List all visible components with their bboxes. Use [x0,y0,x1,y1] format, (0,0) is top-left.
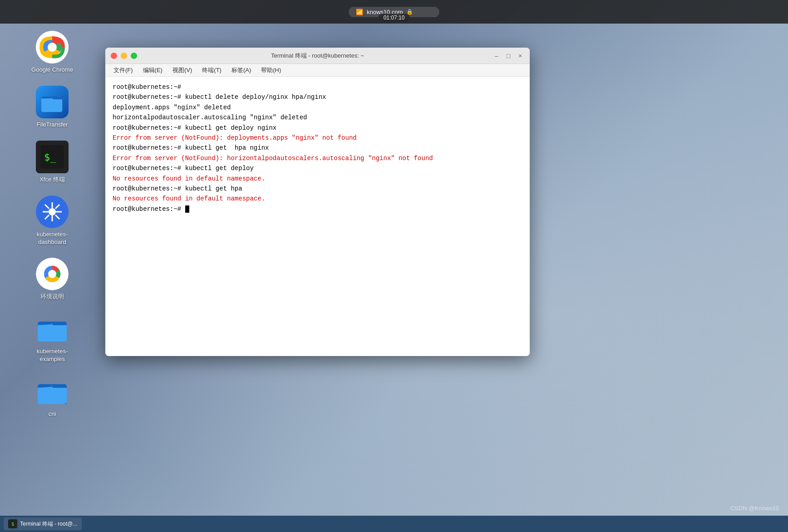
win-action-minimize[interactable]: – [492,52,501,60]
term-line-0: root@kubernetes:~# [113,82,522,92]
svg-point-10 [49,208,56,215]
terminal-window: Terminal 终端 - root@kubernetes: ~ – □ × 文… [105,48,530,356]
desktop: 📶 knows10.com 🔒 01:07:10 [0,0,788,532]
sidebar-item-label-k8s-examples: kubernetes-examples [37,348,68,363]
term-line-7: Error from server (NotFound): horizontal… [113,153,522,163]
term-line-10: root@kubernetes:~# kubectl get hpa [113,184,522,194]
sidebar-item-k8s-examples[interactable]: kubernetes-examples [23,309,82,367]
clock-badge: 01:07:10 [378,14,410,22]
sidebar-item-label-chrome: Google Chrome [31,66,73,74]
term-line-2: deployment.apps "nginx" deleted [113,102,522,112]
taskbar: $ Terminal 终端 - root@... [0,516,788,532]
term-line-11: No resources found in default namespace. [113,194,522,204]
sidebar-item-xfce-terminal[interactable]: $_ Xfce 终端 [23,137,82,187]
svg-point-2 [48,43,57,52]
sidebar-item-label-filetransfer: FileTransfer [37,121,68,129]
svg-text:$_: $_ [44,151,56,163]
sidebar-item-env[interactable]: 环境说明 [23,254,82,304]
taskbar-terminal-label: Terminal 终端 - root@... [20,520,77,528]
menu-help[interactable]: 帮助(H) [256,65,286,76]
xfce-terminal-icon: $_ [36,141,69,173]
watermark: CSDN @Knows10 [730,505,779,512]
term-line-3: horizontalpodautoscaler.autoscaling "ngi… [113,112,522,122]
terminal-menu: 文件(F) 编辑(E) 视图(V) 终端(T) 标签(A) 帮助(H) [105,64,530,77]
k8s-dashboard-icon [36,195,69,228]
term-line-6: root@kubernetes:~# kubectl get hpa nginx [113,143,522,153]
menu-edit[interactable]: 编辑(E) [138,65,167,76]
window-controls [111,53,137,59]
menu-view[interactable]: 视图(V) [168,65,197,76]
browser-bar: 📶 knows10.com 🔒 01:07:10 [0,0,788,24]
term-line-8: root@kubernetes:~# kubectl get deploy [113,163,522,173]
sidebar-item-label-cni: cni [49,410,56,418]
menu-terminal[interactable]: 终端(T) [197,65,226,76]
cni-icon [36,375,69,408]
term-line-4: root@kubernetes:~# kubectl get deploy ng… [113,123,522,133]
filetransfer-icon [36,86,69,118]
taskbar-terminal-icon: $ [8,519,17,528]
sidebar-item-filetransfer[interactable]: FileTransfer [23,82,82,132]
terminal-titlebar: Terminal 终端 - root@kubernetes: ~ – □ × [105,48,530,64]
sidebar-item-cni[interactable]: cni [23,371,82,422]
window-close-button[interactable] [111,53,117,59]
menu-tabs[interactable]: 标签(A) [227,65,256,76]
menu-file[interactable]: 文件(F) [109,65,138,76]
clock-time: 01:07:10 [384,15,405,21]
sidebar-item-label-k8s: kubernetes-dashboard [37,231,68,246]
term-line-12: root@kubernetes:~# [113,204,522,214]
terminal-cursor [185,205,189,213]
clock-area: 01:07:10 [0,14,788,22]
term-line-5: Error from server (NotFound): deployment… [113,133,522,143]
watermark-text: CSDN @Knows10 [730,505,779,512]
taskbar-terminal-item[interactable]: $ Terminal 终端 - root@... [4,517,82,530]
window-minimize-button[interactable] [121,53,127,59]
sidebar-item-label-xfce: Xfce 终端 [39,176,65,184]
sidebar-item-k8s-dashboard[interactable]: kubernetes-dashboard [23,192,82,250]
chrome-icon [36,31,69,63]
win-action-close[interactable]: × [516,52,524,60]
term-line-9: No resources found in default namespace. [113,174,522,184]
svg-point-21 [48,270,56,278]
sidebar: Google Chrome FileTransfer $_ [0,0,104,532]
env-icon [36,258,69,290]
terminal-content[interactable]: root@kubernetes:~# root@kubernetes:~# ku… [105,77,530,356]
terminal-title: Terminal 终端 - root@kubernetes: ~ [271,52,364,60]
window-actions: – □ × [492,52,524,60]
term-line-1: root@kubernetes:~# kubectl delete deploy… [113,92,522,102]
window-maximize-button[interactable] [131,53,137,59]
sidebar-item-label-env: 环境说明 [40,293,64,301]
sidebar-item-google-chrome[interactable]: Google Chrome [23,27,82,78]
win-action-maximize[interactable]: □ [504,52,512,60]
k8s-examples-icon [36,312,69,345]
